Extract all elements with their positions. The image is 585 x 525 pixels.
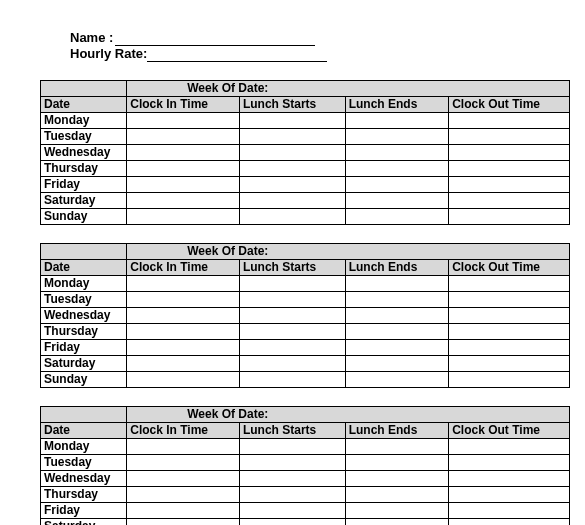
cell-lunch-ends[interactable] xyxy=(345,113,448,129)
day-label: Friday xyxy=(41,177,127,193)
hourly-rate-row: Hourly Rate: xyxy=(70,46,575,62)
col-header-clock-in: Clock In Time xyxy=(127,260,240,276)
cell-clock-in[interactable] xyxy=(127,129,240,145)
cell-lunch-starts[interactable] xyxy=(239,209,345,225)
cell-clock-in[interactable] xyxy=(127,193,240,209)
cell-clock-out[interactable] xyxy=(449,324,570,340)
cell-clock-in[interactable] xyxy=(127,340,240,356)
cell-lunch-ends[interactable] xyxy=(345,193,448,209)
cell-clock-in[interactable] xyxy=(127,439,240,455)
cell-lunch-starts[interactable] xyxy=(239,372,345,388)
col-header-lunch-starts: Lunch Starts xyxy=(239,423,345,439)
cell-lunch-ends[interactable] xyxy=(345,161,448,177)
cell-lunch-starts[interactable] xyxy=(239,503,345,519)
cell-lunch-starts[interactable] xyxy=(239,276,345,292)
header-fields: Name : Hourly Rate: xyxy=(70,30,575,62)
cell-clock-in[interactable] xyxy=(127,145,240,161)
cell-lunch-ends[interactable] xyxy=(345,471,448,487)
cell-lunch-starts[interactable] xyxy=(239,471,345,487)
cell-clock-out[interactable] xyxy=(449,503,570,519)
name-label: Name : xyxy=(70,30,113,46)
cell-lunch-ends[interactable] xyxy=(345,324,448,340)
cell-lunch-ends[interactable] xyxy=(345,519,448,526)
cell-lunch-starts[interactable] xyxy=(239,292,345,308)
cell-clock-out[interactable] xyxy=(449,161,570,177)
table-row: Friday xyxy=(41,503,570,519)
cell-clock-in[interactable] xyxy=(127,324,240,340)
cell-lunch-ends[interactable] xyxy=(345,340,448,356)
cell-clock-in[interactable] xyxy=(127,177,240,193)
cell-clock-out[interactable] xyxy=(449,471,570,487)
day-label: Tuesday xyxy=(41,129,127,145)
cell-lunch-starts[interactable] xyxy=(239,129,345,145)
col-header-lunch-ends: Lunch Ends xyxy=(345,97,448,113)
cell-lunch-starts[interactable] xyxy=(239,113,345,129)
cell-clock-out[interactable] xyxy=(449,113,570,129)
cell-lunch-starts[interactable] xyxy=(239,340,345,356)
cell-lunch-ends[interactable] xyxy=(345,177,448,193)
cell-clock-in[interactable] xyxy=(127,209,240,225)
table-row: Friday xyxy=(41,177,570,193)
cell-clock-in[interactable] xyxy=(127,471,240,487)
cell-clock-out[interactable] xyxy=(449,372,570,388)
week-header-blank xyxy=(41,81,127,97)
cell-clock-out[interactable] xyxy=(449,209,570,225)
cell-clock-in[interactable] xyxy=(127,455,240,471)
cell-lunch-starts[interactable] xyxy=(239,519,345,526)
cell-clock-out[interactable] xyxy=(449,193,570,209)
cell-clock-in[interactable] xyxy=(127,372,240,388)
table-row: Friday xyxy=(41,340,570,356)
col-header-clock-out: Clock Out Time xyxy=(449,260,570,276)
cell-clock-in[interactable] xyxy=(127,308,240,324)
cell-lunch-starts[interactable] xyxy=(239,324,345,340)
cell-lunch-ends[interactable] xyxy=(345,129,448,145)
cell-lunch-ends[interactable] xyxy=(345,503,448,519)
table-row: Tuesday xyxy=(41,455,570,471)
cell-lunch-starts[interactable] xyxy=(239,439,345,455)
cell-clock-in[interactable] xyxy=(127,503,240,519)
cell-lunch-ends[interactable] xyxy=(345,372,448,388)
cell-lunch-starts[interactable] xyxy=(239,487,345,503)
cell-clock-out[interactable] xyxy=(449,356,570,372)
table-row: Saturday xyxy=(41,519,570,526)
cell-lunch-starts[interactable] xyxy=(239,455,345,471)
cell-lunch-ends[interactable] xyxy=(345,439,448,455)
cell-lunch-ends[interactable] xyxy=(345,292,448,308)
cell-clock-out[interactable] xyxy=(449,177,570,193)
cell-clock-out[interactable] xyxy=(449,455,570,471)
cell-clock-in[interactable] xyxy=(127,292,240,308)
cell-clock-in[interactable] xyxy=(127,487,240,503)
cell-lunch-ends[interactable] xyxy=(345,455,448,471)
hourly-rate-input-line[interactable] xyxy=(147,48,327,62)
cell-clock-out[interactable] xyxy=(449,145,570,161)
cell-clock-out[interactable] xyxy=(449,292,570,308)
week-header-blank xyxy=(41,244,127,260)
cell-lunch-starts[interactable] xyxy=(239,356,345,372)
week-table: Week Of Date:DateClock In TimeLunch Star… xyxy=(40,243,570,388)
cell-clock-in[interactable] xyxy=(127,519,240,526)
cell-clock-out[interactable] xyxy=(449,276,570,292)
cell-lunch-ends[interactable] xyxy=(345,356,448,372)
cell-clock-out[interactable] xyxy=(449,340,570,356)
cell-lunch-starts[interactable] xyxy=(239,193,345,209)
cell-clock-out[interactable] xyxy=(449,439,570,455)
cell-lunch-starts[interactable] xyxy=(239,161,345,177)
cell-clock-out[interactable] xyxy=(449,129,570,145)
name-input-line[interactable] xyxy=(115,32,315,46)
col-header-lunch-ends: Lunch Ends xyxy=(345,260,448,276)
cell-lunch-ends[interactable] xyxy=(345,209,448,225)
cell-clock-in[interactable] xyxy=(127,276,240,292)
cell-lunch-starts[interactable] xyxy=(239,308,345,324)
cell-clock-in[interactable] xyxy=(127,161,240,177)
cell-lunch-ends[interactable] xyxy=(345,308,448,324)
cell-lunch-ends[interactable] xyxy=(345,276,448,292)
cell-clock-out[interactable] xyxy=(449,519,570,526)
cell-lunch-ends[interactable] xyxy=(345,145,448,161)
cell-clock-out[interactable] xyxy=(449,487,570,503)
cell-lunch-starts[interactable] xyxy=(239,145,345,161)
cell-lunch-ends[interactable] xyxy=(345,487,448,503)
cell-clock-in[interactable] xyxy=(127,356,240,372)
cell-lunch-starts[interactable] xyxy=(239,177,345,193)
cell-clock-in[interactable] xyxy=(127,113,240,129)
cell-clock-out[interactable] xyxy=(449,308,570,324)
